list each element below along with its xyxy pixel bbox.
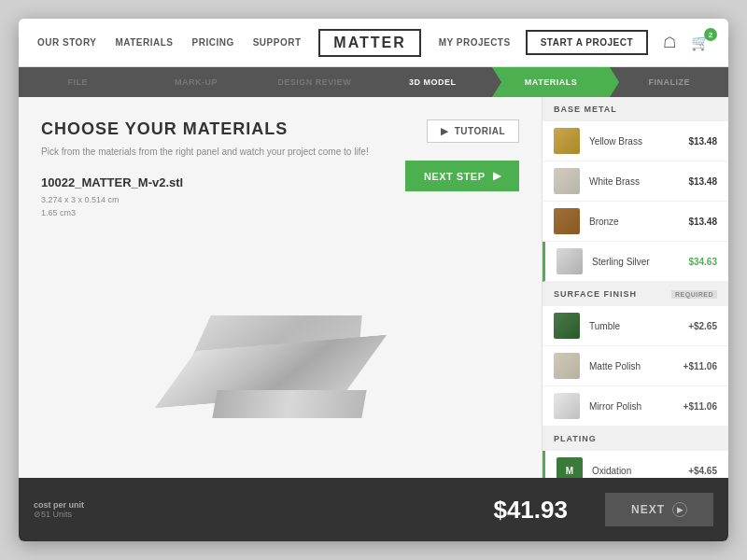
cart-icon[interactable]: 🛒: [691, 34, 710, 51]
tutorial-button[interactable]: ▶ TUTORIAL: [427, 119, 519, 143]
swatch-mirror: [554, 393, 580, 419]
start-project-button[interactable]: START A PROJECT: [526, 30, 648, 55]
swatch-tumble: [554, 313, 580, 339]
step-finalize[interactable]: FINALIZE: [610, 67, 728, 97]
material-tumble[interactable]: Tumble +$2.65: [543, 306, 728, 346]
swatch-bronze: [554, 208, 580, 234]
3d-model: [159, 306, 402, 437]
cost-units: ⊘51 Units: [34, 510, 493, 519]
step-markup[interactable]: MARK-UP: [137, 67, 256, 97]
cost-total: $41.93: [493, 496, 568, 525]
left-panel: CHOOSE YOUR MATERIALS Pick from the mate…: [19, 97, 542, 478]
file-dimensions: 3.274 x 3 x 0.514 cm: [41, 193, 519, 206]
material-oxidation[interactable]: M Oxidation +$4.65: [543, 451, 728, 478]
material-matte-polish[interactable]: Matte Polish +$11.06: [543, 346, 728, 386]
swatch-white-brass: [554, 168, 580, 194]
material-bronze[interactable]: Bronze $13.48: [543, 202, 728, 242]
step-materials[interactable]: MATERIALS: [492, 67, 611, 97]
user-icon[interactable]: ☖: [663, 34, 676, 51]
my-projects-link[interactable]: MY PROJECTS: [439, 37, 511, 48]
cost-label: cost per unit: [34, 500, 493, 510]
next-step-button[interactable]: NEXT STEP ▶: [405, 161, 519, 191]
swatch-sterling: [557, 248, 583, 274]
nav-support[interactable]: SUPPORT: [253, 37, 302, 48]
app-window: OUR STORY MATERIALS PRICING SUPPORT MATT…: [19, 19, 728, 541]
next-button[interactable]: NEXT ▶: [605, 493, 713, 526]
material-white-brass[interactable]: White Brass $13.48: [543, 161, 728, 202]
model-viewport: [41, 231, 519, 478]
swatch-oxidation: M: [557, 457, 583, 478]
surface-finish-section-header: SURFACE FINISH REQUIRED: [543, 282, 728, 306]
base-metal-section-header: BASE METAL: [543, 97, 728, 121]
file-volume: 1.65 cm3: [41, 206, 519, 219]
step-file[interactable]: FILE: [19, 67, 137, 97]
nav-pricing[interactable]: PRICING: [192, 37, 234, 48]
bottom-bar: cost per unit ⊘51 Units $41.93 NEXT ▶: [19, 478, 728, 541]
arrow-right-icon: ▶: [493, 170, 501, 182]
logo: MATTER: [318, 29, 420, 57]
nav-our-story[interactable]: OUR STORY: [37, 37, 96, 48]
required-badge: REQUIRED: [671, 290, 717, 299]
arrow-3d: [492, 67, 501, 97]
material-mirror-polish[interactable]: Mirror Polish +$11.06: [543, 386, 728, 427]
step-3d-model[interactable]: 3D MODEL: [374, 67, 492, 97]
step-design-review[interactable]: DESIGN REVIEW: [255, 67, 374, 97]
swatch-yellow-brass: [554, 128, 580, 154]
swatch-matte: [554, 353, 580, 379]
cost-info: cost per unit ⊘51 Units: [34, 500, 493, 519]
progress-bar: FILE MARK-UP DESIGN REVIEW 3D MODEL MATE…: [19, 67, 728, 97]
material-yellow-brass[interactable]: Yellow Brass $13.48: [543, 121, 728, 161]
arrow-materials: [610, 67, 619, 97]
plating-section-header: PLATING: [543, 427, 728, 451]
material-sterling-silver[interactable]: Sterling Silver $34.63: [543, 242, 728, 282]
tutorial-icon: ▶: [441, 126, 449, 136]
main-content: CHOOSE YOUR MATERIALS Pick from the mate…: [19, 97, 728, 478]
nav-materials[interactable]: MATERIALS: [115, 37, 173, 48]
main-nav: OUR STORY MATERIALS PRICING SUPPORT: [37, 37, 302, 48]
model-piece-bottom: [212, 390, 366, 418]
page-subtitle: Pick from the materials from the right p…: [41, 147, 519, 157]
right-panel: BASE METAL Yellow Brass $13.48 White Bra…: [542, 97, 728, 478]
header-right: MY PROJECTS START A PROJECT ☖ 🛒: [439, 30, 710, 55]
next-circle-icon: ▶: [672, 502, 687, 517]
header: OUR STORY MATERIALS PRICING SUPPORT MATT…: [19, 19, 728, 67]
